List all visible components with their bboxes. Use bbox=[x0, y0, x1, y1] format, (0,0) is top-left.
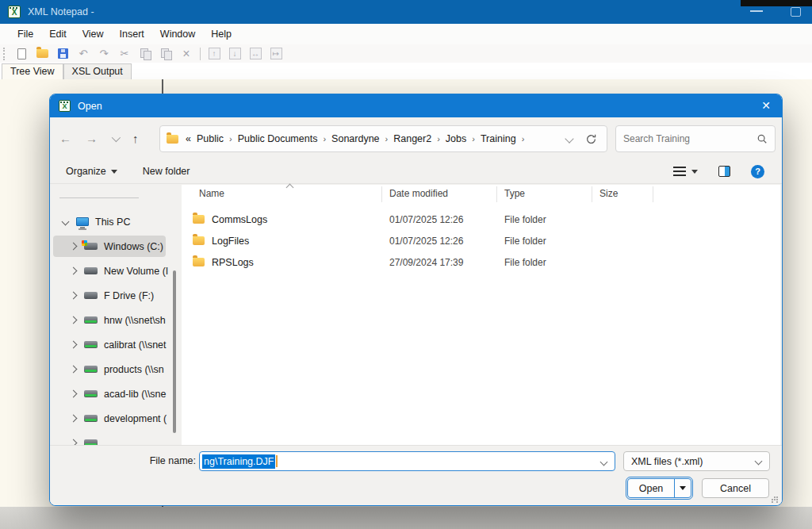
refresh-icon[interactable] bbox=[585, 133, 597, 145]
chevron-right-icon[interactable] bbox=[70, 390, 78, 398]
open-dropdown-icon[interactable] bbox=[675, 486, 691, 490]
up-icon[interactable]: ↑ bbox=[132, 132, 139, 145]
menu-help[interactable]: Help bbox=[203, 25, 239, 43]
sidebar-item-development[interactable]: development ( bbox=[53, 408, 166, 429]
file-row-logfiles[interactable]: LogFiles 01/07/2025 12:26 File folder bbox=[182, 230, 780, 251]
undo-icon[interactable]: ↶ bbox=[76, 47, 90, 61]
view-mode-button[interactable] bbox=[673, 167, 698, 176]
breadcrumb-overflow[interactable]: « bbox=[186, 133, 191, 144]
breadcrumb-item[interactable]: Training bbox=[481, 133, 516, 144]
chevron-right-icon[interactable] bbox=[70, 267, 78, 275]
text-cursor bbox=[276, 455, 278, 467]
sidebar-item-calibrat[interactable]: calibrat (\\snet bbox=[53, 334, 166, 355]
column-divider[interactable] bbox=[381, 186, 382, 202]
sidebar-item-acad-lib[interactable]: acad-lib (\\sne bbox=[53, 383, 166, 404]
search-box[interactable] bbox=[615, 125, 776, 152]
chevron-right-icon[interactable] bbox=[70, 243, 78, 251]
cancel-button[interactable]: Cancel bbox=[702, 478, 769, 498]
column-date-modified[interactable]: Date modified bbox=[389, 188, 448, 199]
breadcrumb-item[interactable]: Public bbox=[197, 133, 224, 144]
menu-window[interactable]: Window bbox=[152, 25, 203, 43]
chevron-right-icon[interactable] bbox=[70, 415, 78, 423]
sidebar-item-label: hnw (\\snet\sh bbox=[104, 315, 166, 326]
breadcrumb-item[interactable]: Sonardyne bbox=[331, 133, 379, 144]
open-button[interactable]: Open bbox=[627, 478, 691, 498]
tab-xsl-output[interactable]: XSL Output bbox=[63, 63, 132, 79]
save-icon[interactable] bbox=[56, 47, 70, 61]
menu-edit[interactable]: Edit bbox=[41, 25, 75, 43]
menu-file[interactable]: File bbox=[10, 25, 41, 43]
cut-icon[interactable]: ✂ bbox=[117, 47, 132, 61]
column-divider[interactable] bbox=[496, 186, 497, 202]
column-divider[interactable] bbox=[592, 186, 592, 202]
chevron-down-icon[interactable] bbox=[62, 218, 70, 226]
tab-tree-view[interactable]: Tree View bbox=[2, 63, 63, 79]
file-name-dropdown-icon[interactable] bbox=[600, 458, 608, 466]
menu-insert[interactable]: Insert bbox=[112, 25, 152, 43]
column-size[interactable]: Size bbox=[599, 188, 618, 199]
nudge-right-icon[interactable]: ↦ bbox=[269, 47, 283, 61]
column-name[interactable]: Name bbox=[199, 188, 224, 199]
xml-notepad-icon: X bbox=[8, 6, 21, 18]
file-row-rpslogs[interactable]: RPSLogs 27/09/2024 17:39 File folder bbox=[182, 251, 780, 273]
recent-locations-icon[interactable] bbox=[112, 132, 121, 141]
address-dropdown-icon[interactable] bbox=[565, 134, 573, 143]
search-icon bbox=[756, 133, 768, 144]
search-input[interactable] bbox=[623, 133, 756, 144]
sidebar-item-f-drive[interactable]: F Drive (F:) bbox=[53, 285, 166, 306]
sidebar-item-this-pc[interactable]: This PC bbox=[53, 211, 166, 232]
sidebar-item-label: acad-lib (\\sne bbox=[104, 389, 167, 400]
sidebar-item-new-volume[interactable]: New Volume (I bbox=[53, 260, 166, 282]
new-file-icon[interactable] bbox=[14, 47, 29, 61]
sidebar-item-products[interactable]: products (\\sn bbox=[53, 358, 166, 380]
breadcrumb-item[interactable]: Public Documents bbox=[238, 133, 318, 144]
column-divider[interactable] bbox=[653, 186, 653, 202]
redo-icon[interactable]: ↷ bbox=[97, 47, 111, 61]
nudge-down-icon[interactable]: ↓ bbox=[228, 47, 242, 61]
sidebar-item-hnw[interactable]: hnw (\\snet\sh bbox=[53, 309, 166, 331]
sidebar-item-label: F Drive (F:) bbox=[104, 290, 154, 301]
copy-icon[interactable] bbox=[138, 47, 152, 61]
maximize-button[interactable] bbox=[791, 7, 801, 17]
breadcrumb[interactable]: « Public › Public Documents › Sonardyne … bbox=[159, 125, 607, 152]
paste-icon[interactable] bbox=[159, 47, 173, 61]
new-folder-button[interactable]: New folder bbox=[143, 166, 190, 177]
chevron-right-icon[interactable] bbox=[70, 439, 78, 445]
chevron-right-icon[interactable] bbox=[70, 366, 78, 374]
nudge-left-icon[interactable]: ↔ bbox=[248, 47, 262, 61]
forward-icon[interactable]: → bbox=[86, 132, 98, 145]
sidebar-scrollbar[interactable] bbox=[173, 270, 176, 433]
file-name: CommsLogs bbox=[212, 214, 394, 225]
chevron-right-icon[interactable] bbox=[70, 341, 78, 349]
open-file-icon[interactable] bbox=[35, 47, 49, 61]
breadcrumb-item[interactable]: Jobs bbox=[446, 133, 466, 144]
sidebar-item-label: products (\\sn bbox=[104, 364, 164, 375]
column-type[interactable]: Type bbox=[504, 188, 525, 199]
organize-button[interactable]: Organize bbox=[66, 166, 117, 177]
help-icon[interactable]: ? bbox=[751, 165, 764, 178]
resize-grip[interactable] bbox=[772, 496, 778, 503]
back-icon[interactable]: ← bbox=[59, 132, 71, 145]
dialog-close-icon[interactable]: ✕ bbox=[761, 99, 771, 112]
chevron-right-icon[interactable] bbox=[70, 316, 78, 324]
minimize-button[interactable] bbox=[750, 10, 763, 12]
sidebar-item-partial[interactable] bbox=[53, 432, 166, 445]
menu-view[interactable]: View bbox=[75, 25, 112, 43]
sidebar-item-label: This PC bbox=[95, 217, 130, 228]
file-name-input[interactable]: ng\Training.DJF bbox=[199, 451, 615, 471]
breadcrumb-item[interactable]: Ranger2 bbox=[393, 133, 431, 144]
delete-icon[interactable]: × bbox=[179, 47, 193, 61]
dialog-titlebar[interactable]: X Open ✕ bbox=[50, 94, 782, 117]
file-type: File folder bbox=[504, 257, 546, 268]
file-type-select[interactable]: XML files (*.xml) bbox=[623, 451, 770, 471]
file-row-commslogs[interactable]: CommsLogs 01/07/2025 12:26 File folder bbox=[182, 209, 780, 230]
file-date: 27/09/2024 17:39 bbox=[389, 257, 504, 268]
chevron-right-icon[interactable] bbox=[70, 292, 78, 300]
preview-pane-icon[interactable] bbox=[718, 166, 730, 177]
sidebar-item-windows-c[interactable]: Windows (C:) bbox=[53, 236, 166, 257]
file-date: 01/07/2025 12:26 bbox=[389, 236, 504, 247]
menubar: File Edit View Insert Window Help bbox=[0, 24, 812, 44]
file-list: Name Date modified Type Size CommsLogs 0… bbox=[182, 185, 780, 445]
nudge-up-icon[interactable]: ↑ bbox=[207, 47, 221, 61]
file-type-dropdown-icon bbox=[755, 458, 763, 466]
